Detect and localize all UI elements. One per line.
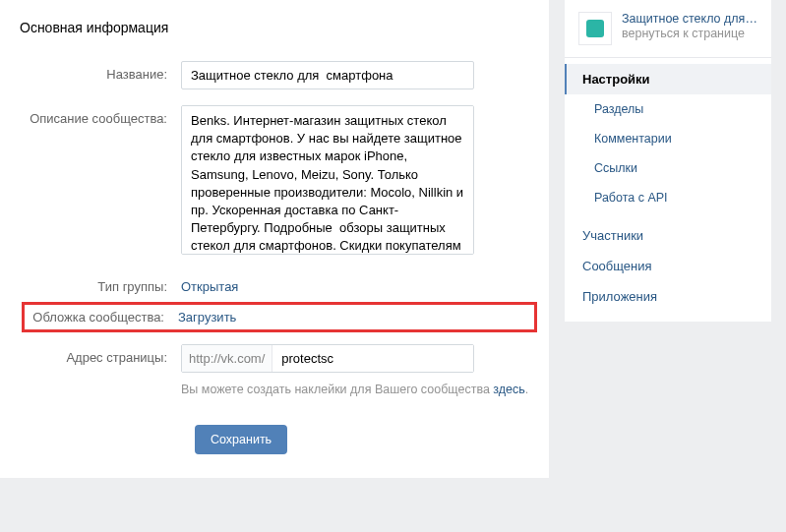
menu-item-members[interactable]: Участники xyxy=(565,220,771,251)
cover-upload-link[interactable]: Загрузить xyxy=(178,310,236,325)
description-textarea[interactable]: Benks. Интернет-магазин защитных стекол … xyxy=(181,105,474,255)
menu-item-links[interactable]: Ссылки xyxy=(565,153,771,183)
description-label: Описание сообщества: xyxy=(20,105,181,126)
sticker-link[interactable]: здесь xyxy=(493,383,524,396)
community-title-link[interactable]: Защитное стекло для см… xyxy=(622,12,757,26)
sidebar-header[interactable]: Защитное стекло для см… вернуться к стра… xyxy=(565,0,771,58)
group-type-value[interactable]: Открытая xyxy=(181,273,529,294)
sidebar-menu: Настройки Разделы Комментарии Ссылки Раб… xyxy=(565,58,771,322)
cover-label: Обложка сообщества: xyxy=(25,310,178,325)
menu-item-api[interactable]: Работа с API xyxy=(565,183,771,212)
cover-highlight: Обложка сообщества: Загрузить xyxy=(22,302,537,332)
main-panel: Основная информация Название: Описание с… xyxy=(0,0,549,478)
menu-item-apps[interactable]: Приложения xyxy=(565,281,771,312)
name-input[interactable] xyxy=(181,61,474,89)
row-name: Название: xyxy=(0,53,549,97)
avatar-icon xyxy=(586,20,604,37)
menu-item-settings[interactable]: Настройки xyxy=(565,64,771,94)
sticker-note: Вы можете создать наклейки для Вашего со… xyxy=(181,381,529,399)
back-to-page[interactable]: вернуться к странице xyxy=(622,27,757,40)
menu-item-comments[interactable]: Комментарии xyxy=(565,124,771,153)
community-avatar xyxy=(578,12,612,45)
save-button[interactable]: Сохранить xyxy=(195,425,287,454)
row-description: Описание сообщества: Benks. Интернет-маг… xyxy=(0,97,549,266)
page-title: Основная информация xyxy=(0,20,549,53)
menu-item-sections[interactable]: Разделы xyxy=(565,94,771,124)
sidebar: Защитное стекло для см… вернуться к стра… xyxy=(565,0,771,478)
address-input-wrap: http://vk.com/ xyxy=(181,344,474,373)
row-address: Адрес страницы: http://vk.com/ Вы можете… xyxy=(0,332,549,407)
group-type-label: Тип группы: xyxy=(20,273,181,294)
address-prefix: http://vk.com/ xyxy=(182,345,272,372)
name-label: Название: xyxy=(20,61,181,82)
address-input[interactable] xyxy=(272,345,473,372)
row-group-type: Тип группы: Открытая xyxy=(0,266,549,302)
address-label: Адрес страницы: xyxy=(20,344,181,365)
menu-item-messages[interactable]: Сообщения xyxy=(565,251,771,281)
